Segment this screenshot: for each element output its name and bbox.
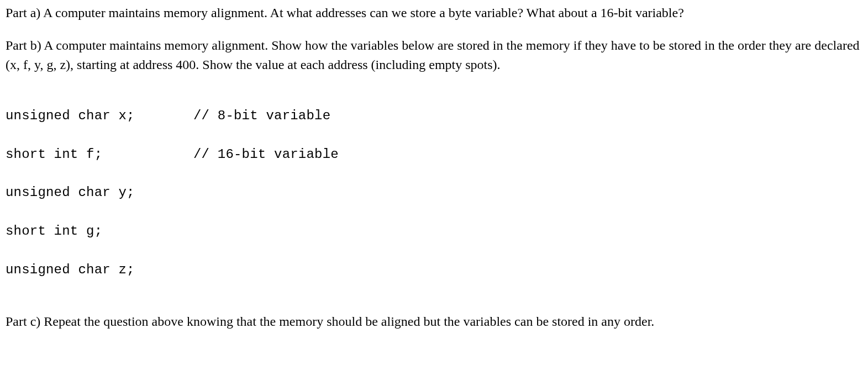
part-b-text: Part b) A computer maintains memory alig… xyxy=(6,36,862,75)
code-declaration: unsigned char z; xyxy=(6,261,193,280)
code-line: unsigned char z; xyxy=(6,261,862,280)
code-comment xyxy=(193,261,862,280)
code-line: unsigned char y; xyxy=(6,183,862,203)
code-comment: // 8-bit variable xyxy=(193,107,862,126)
part-c-text: Part c) Repeat the question above knowin… xyxy=(6,312,862,331)
code-line: short int g; xyxy=(6,222,862,241)
code-block: unsigned char x;// 8-bit variable short … xyxy=(6,87,862,299)
code-declaration: unsigned char y; xyxy=(6,183,193,203)
code-declaration: short int g; xyxy=(6,222,193,241)
part-a-text: Part a) A computer maintains memory alig… xyxy=(6,3,862,23)
code-comment xyxy=(193,183,862,203)
code-declaration: unsigned char x; xyxy=(6,107,193,126)
code-comment: // 16-bit variable xyxy=(193,145,862,165)
code-declaration: short int f; xyxy=(6,145,193,165)
code-line: unsigned char x;// 8-bit variable xyxy=(6,107,862,126)
code-comment xyxy=(193,222,862,241)
code-line: short int f;// 16-bit variable xyxy=(6,145,862,165)
